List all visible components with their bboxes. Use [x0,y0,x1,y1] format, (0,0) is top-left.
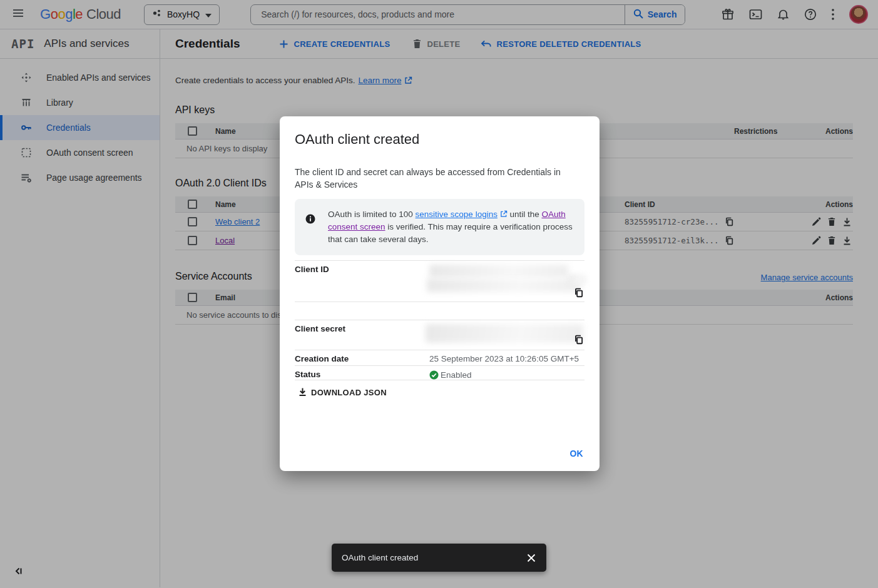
spacer-row [295,302,584,320]
creation-date-value: 25 September 2023 at 10:26:05 GMT+5 [429,350,584,365]
sensitive-scope-logins-link[interactable]: sensitive scope logins [416,210,498,219]
status-label: Status [295,366,429,380]
close-icon[interactable] [527,554,536,562]
creation-date-row: Creation date 25 September 2023 at 10:26… [295,350,584,365]
verification-notice: OAuth is limited to 100 sensitive scope … [295,199,584,255]
external-link-icon [500,210,508,218]
oauth-client-created-dialog: OAuth client created The client ID and s… [280,116,600,471]
download-json-button[interactable]: DOWNLOAD JSON [298,387,387,397]
client-id-label: Client ID [295,261,429,302]
dialog-subtitle: The client ID and secret can always be a… [295,166,573,191]
redacted-client-secret [426,324,583,343]
toast-message: OAuth client created [342,553,527,562]
status-enabled-icon [429,370,439,380]
client-secret-row: Client secret [295,320,584,350]
notice-text: OAuth is limited to 100 sensitive scope … [328,208,574,246]
copy-client-id-button[interactable] [574,288,583,300]
redacted-client-id [568,275,586,284]
snackbar-toast: OAuth client created [332,544,546,572]
redacted-client-id [427,278,581,292]
client-details: Client ID Client secret Creation date [295,260,584,380]
info-icon [305,208,315,246]
status-badge: Enabled [441,370,472,380]
redacted-client-id [429,265,568,278]
client-secret-label: Client secret [295,320,429,350]
status-row: Status Enabled [295,365,584,380]
copy-client-secret-button[interactable] [574,335,583,347]
creation-date-label: Creation date [295,350,429,365]
download-icon [298,387,307,397]
ok-button[interactable]: OK [569,449,583,459]
dialog-title: OAuth client created [295,131,584,148]
client-id-row: Client ID [295,260,584,302]
